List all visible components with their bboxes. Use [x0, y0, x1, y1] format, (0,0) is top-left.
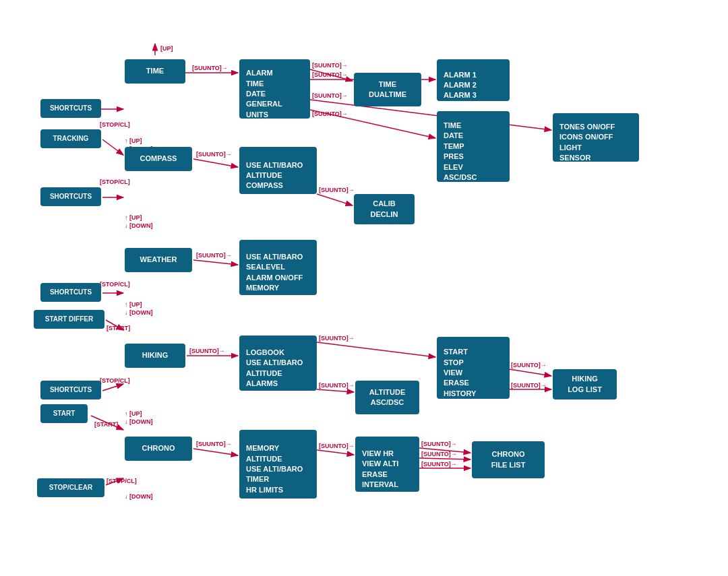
node-chrono-sub: MEMORYALTITUDEUSE ALTI/BAROTIMERHR LIMIT…	[239, 430, 317, 499]
svg-line-53	[317, 450, 354, 455]
svg-text:[STOP/CL]: [STOP/CL]	[107, 478, 137, 484]
node-shortcuts4: SHORTCUTS	[40, 381, 101, 399]
svg-line-39	[317, 389, 354, 392]
node-stop-clear: STOP/CLEAR	[37, 478, 104, 497]
node-time-dualtime: TIMEDUALTIME	[354, 73, 421, 106]
svg-text:↓ [DOWN]: ↓ [DOWN]	[125, 493, 153, 500]
svg-text:↑ [UP]: ↑ [UP]	[125, 137, 142, 144]
svg-text:[SUUNTO]→: [SUUNTO]→	[196, 252, 232, 259]
node-start: START	[40, 404, 88, 423]
node-hiking-log: STARTSTOPVIEWERASEHISTORY	[437, 337, 510, 399]
svg-text:[STOP/CL]: [STOP/CL]	[100, 121, 130, 128]
svg-line-55	[419, 448, 471, 453]
node-units-menu: TIMEDATETEMPPRESELEVASC/DSC	[437, 111, 510, 182]
svg-text:[SUUNTO]→: [SUUNTO]→	[312, 62, 348, 69]
svg-line-41	[509, 369, 551, 376]
node-chrono: CHRONO	[125, 437, 192, 461]
node-compass: COMPASS	[125, 147, 192, 171]
svg-text:[SUUNTO]→: [SUUNTO]→	[319, 335, 355, 342]
node-calib: CALIBDECLIN	[354, 194, 415, 224]
svg-text:↑ [UP]: ↑ [UP]	[125, 410, 142, 417]
svg-line-37	[317, 342, 435, 357]
svg-line-61	[106, 478, 123, 485]
svg-text:[UP]: [UP]	[160, 45, 173, 52]
svg-line-19	[193, 159, 238, 167]
svg-line-45	[102, 384, 123, 391]
node-tracking: TRACKING	[40, 129, 101, 148]
svg-text:[SUUNTO]→: [SUUNTO]→	[312, 71, 348, 78]
svg-text:[SUUNTO]→: [SUUNTO]→	[511, 382, 547, 389]
svg-text:↓ [DOWN]: ↓ [DOWN]	[125, 418, 153, 425]
svg-line-33	[106, 320, 123, 330]
svg-line-12	[310, 110, 435, 138]
svg-text:[SUUNTO]→: [SUUNTO]→	[319, 187, 355, 193]
svg-text:[STOP/CL]: [STOP/CL]	[100, 281, 130, 288]
svg-text:[START]: [START]	[94, 421, 118, 428]
svg-text:[SUUNTO]→: [SUUNTO]→	[196, 151, 232, 158]
svg-line-6	[310, 69, 353, 81]
svg-text:↓ [DOWN]: ↓ [DOWN]	[125, 309, 153, 316]
svg-text:[SUUNTO]→: [SUUNTO]→	[192, 65, 228, 71]
node-hiking-sub: LOGBOOKUSE ALTI/BAROALTITUDEALARMS	[239, 335, 317, 391]
node-shortcuts1: SHORTCUTS	[40, 99, 101, 118]
svg-text:[SUUNTO]→: [SUUNTO]→	[421, 461, 457, 468]
node-shortcuts3: SHORTCUTS	[40, 283, 101, 302]
node-compass-sub: USE ALTI/BAROALTITUDECOMPASS	[239, 147, 317, 194]
svg-line-18	[102, 139, 123, 155]
svg-text:[SUUNTO]→: [SUUNTO]→	[421, 441, 457, 447]
svg-text:[SUUNTO]→: [SUUNTO]→	[196, 441, 232, 447]
diagram: [UP] [SUUNTO]→ [SUUNTO]→ [SUUNTO]→ [SUUN…	[0, 0, 728, 576]
svg-text:[SUUNTO]→: [SUUNTO]→	[511, 362, 547, 369]
svg-text:↓ [DOWN]: ↓ [DOWN]	[125, 222, 153, 229]
node-alarm123: ALARM 1ALARM 2ALARM 3	[437, 59, 510, 101]
svg-text:↑ [UP]: ↑ [UP]	[125, 301, 142, 308]
node-alarm-menu: ALARMTIMEDATEGENERALUNITS	[239, 59, 310, 119]
svg-text:[START]: [START]	[107, 325, 130, 331]
node-weather-sub: USE ALTI/BAROSEALEVELALARM ON/OFFMEMORY	[239, 240, 317, 295]
svg-text:[SUUNTO]→: [SUUNTO]→	[312, 110, 348, 117]
svg-line-27	[193, 260, 238, 265]
node-weather: WEATHER	[125, 248, 192, 272]
svg-text:[STOP/CL]: [STOP/CL]	[100, 179, 130, 185]
svg-line-51	[193, 449, 238, 455]
svg-line-21	[317, 194, 353, 205]
node-start-differ: START DIFFER	[34, 310, 104, 329]
svg-text:[SUUNTO]→: [SUUNTO]→	[312, 92, 348, 99]
node-chrono-file: CHRONOFILE LIST	[472, 441, 545, 478]
node-altitude-asc: ALTITUDEASC/DSC	[355, 381, 419, 414]
node-tones: TONES ON/OFFICONS ON/OFFLIGHTSENSOR	[553, 113, 639, 162]
node-chrono-view: VIEW HRVIEW ALTIERASEINTERVAL	[355, 437, 419, 492]
svg-line-10	[310, 100, 551, 130]
node-hiking-log-list: HIKINGLOG LIST	[553, 369, 617, 399]
svg-text:[SUUNTO]→: [SUUNTO]→	[319, 382, 355, 389]
node-shortcuts2: SHORTCUTS	[40, 187, 101, 206]
node-time: TIME	[125, 59, 185, 84]
node-hiking: HIKING	[125, 344, 185, 368]
svg-text:↑ [UP]: ↑ [UP]	[125, 214, 142, 221]
svg-text:[STOP/CL]: [STOP/CL]	[100, 377, 130, 384]
svg-text:[SUUNTO]→: [SUUNTO]→	[319, 443, 355, 449]
svg-text:[SUUNTO]→: [SUUNTO]→	[189, 348, 225, 354]
svg-line-49	[91, 416, 123, 430]
svg-line-57	[419, 458, 471, 459]
svg-text:[SUUNTO]→: [SUUNTO]→	[421, 451, 457, 457]
